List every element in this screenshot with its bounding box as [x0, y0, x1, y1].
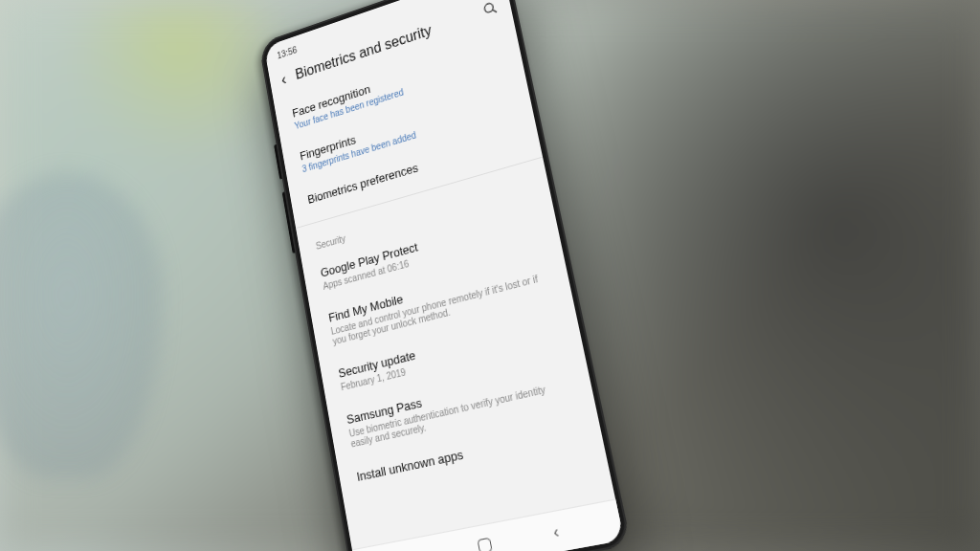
status-time: 13:56	[277, 44, 298, 60]
nav-back-icon[interactable]: ‹	[551, 522, 560, 541]
search-icon[interactable]	[481, 0, 499, 21]
nav-home-icon[interactable]	[477, 537, 492, 551]
svg-point-0	[484, 2, 494, 12]
back-icon[interactable]: ‹	[280, 71, 288, 87]
